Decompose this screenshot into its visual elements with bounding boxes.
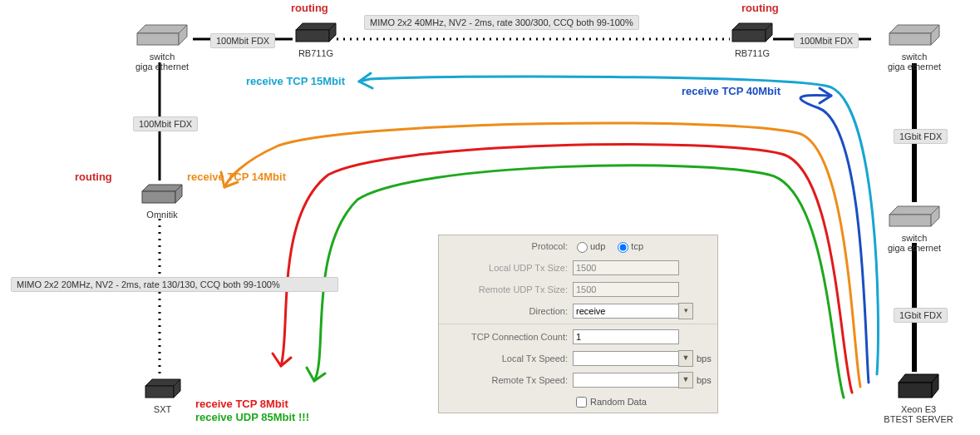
panel-tcpconn-input[interactable]: [573, 329, 679, 344]
svg-rect-14: [732, 30, 766, 42]
panel-protocol-label: Protocol:: [439, 241, 573, 251]
node-rb711g-left: RB711G: [291, 18, 341, 58]
panel-tcpconn-label: TCP Connection Count:: [439, 332, 573, 342]
panel-remotetx-label: Remote Tx Speed:: [439, 375, 573, 385]
panel-randomdata-checkbox[interactable]: Random Data: [573, 394, 647, 410]
link-100m-1: 100Mbit FDX: [210, 33, 275, 48]
panel-randomdata-text: Random Data: [590, 397, 647, 407]
link-100m-2: 100Mbit FDX: [794, 33, 859, 48]
svg-rect-26: [889, 215, 931, 226]
link-wlan-left: MIMO 2x2 20MHz, NV2 - 2ms, rate 130/130,…: [11, 277, 338, 292]
node-rb711g-left-label: RB711G: [291, 48, 341, 58]
node-sxt: SXT: [140, 374, 185, 414]
svg-rect-8: [137, 33, 179, 45]
panel-direction-input[interactable]: [573, 304, 679, 319]
svg-marker-7: [137, 25, 187, 33]
panel-radio-udp[interactable]: udp: [573, 240, 605, 253]
panel-remoteudp-label: Remote UDP Tx Size:: [439, 284, 573, 294]
node-switch-left-label: switchgiga ethernet: [129, 52, 195, 72]
routing-label-3: routing: [75, 171, 112, 183]
panel-remotetx-unit: bps: [697, 375, 712, 385]
svg-marker-10: [296, 23, 336, 30]
panel-radio-tcp[interactable]: tcp: [613, 240, 643, 253]
svg-marker-12: [329, 23, 336, 42]
node-sxt-label: SXT: [140, 404, 185, 414]
link-wlan-top: MIMO 2x2 40MHz, NV2 - 2ms, rate 300/300,…: [364, 15, 639, 30]
panel-localtx-dropdown-icon[interactable]: ▼: [678, 350, 693, 367]
flow-label-8m: receive TCP 8Mbit: [195, 398, 288, 410]
panel-localtx-input[interactable]: [573, 351, 679, 366]
svg-rect-11: [296, 30, 329, 42]
node-server: Xeon E3BTEST SERVER: [877, 369, 960, 424]
svg-rect-29: [899, 383, 932, 398]
svg-marker-24: [174, 379, 180, 398]
svg-rect-20: [142, 191, 175, 203]
panel-radio-udp-input[interactable]: [577, 242, 588, 253]
svg-marker-9: [179, 25, 187, 45]
panel-radio-udp-text: udp: [590, 241, 605, 251]
node-rb711g-right: RB711G: [727, 18, 777, 58]
svg-marker-27: [931, 206, 939, 226]
routing-label-2: routing: [741, 2, 779, 14]
routing-label-1: routing: [291, 2, 328, 14]
panel-remotetx-dropdown-icon[interactable]: ▼: [678, 372, 693, 388]
flow-label-14m: receive TCP 14Mbit: [187, 171, 286, 183]
node-switch-right-top: switchgiga ethernet: [877, 18, 952, 72]
svg-marker-22: [145, 379, 180, 386]
panel-direction-label: Direction:: [439, 306, 573, 316]
node-server-label: Xeon E3BTEST SERVER: [877, 404, 960, 424]
node-switch-right-top-label: switchgiga ethernet: [877, 52, 952, 72]
svg-marker-28: [899, 374, 938, 383]
svg-marker-16: [889, 25, 939, 33]
flow-label-udp85: receive UDP 85Mbit !!!: [195, 411, 309, 423]
panel-localtx-label: Local Tx Speed:: [439, 353, 573, 363]
svg-marker-25: [889, 206, 939, 215]
link-1g-1: 1Gbit FDX: [894, 129, 948, 144]
panel-radio-tcp-input[interactable]: [618, 242, 628, 253]
link-100m-3: 100Mbit FDX: [133, 116, 198, 131]
node-omnitik-label: Omnitik: [133, 210, 191, 220]
svg-marker-21: [175, 185, 182, 203]
svg-marker-18: [931, 25, 939, 45]
panel-remotetx-input[interactable]: [573, 373, 679, 388]
svg-marker-19: [142, 185, 182, 191]
node-switch-right-mid-label: switchgiga ethernet: [877, 233, 952, 253]
svg-marker-30: [932, 374, 938, 398]
panel-localudp-input: [573, 260, 679, 275]
node-switch-right-mid: switchgiga ethernet: [877, 200, 952, 253]
panel-localtx-unit: bps: [697, 353, 712, 363]
panel-remoteudp-input: [573, 282, 679, 297]
node-rb711g-right-label: RB711G: [727, 48, 777, 58]
svg-rect-23: [145, 386, 174, 398]
node-switch-left: switchgiga ethernet: [129, 18, 195, 72]
svg-rect-17: [889, 33, 931, 45]
panel-direction-dropdown-icon[interactable]: ▾: [678, 303, 693, 319]
link-1g-2: 1Gbit FDX: [894, 308, 948, 323]
panel-randomdata-input[interactable]: [576, 397, 587, 408]
flow-label-40m: receive TCP 40Mbit: [682, 85, 781, 97]
panel-radio-tcp-text: tcp: [631, 241, 643, 251]
panel-localudp-label: Local UDP Tx Size:: [439, 263, 573, 273]
flow-label-15m: receive TCP 15Mbit: [246, 75, 345, 87]
node-omnitik: Omnitik: [133, 180, 191, 220]
svg-marker-15: [766, 23, 772, 42]
svg-marker-13: [732, 23, 772, 30]
btest-settings-panel: Protocol: udp tcp Local UDP Tx Size: Rem…: [438, 235, 718, 413]
